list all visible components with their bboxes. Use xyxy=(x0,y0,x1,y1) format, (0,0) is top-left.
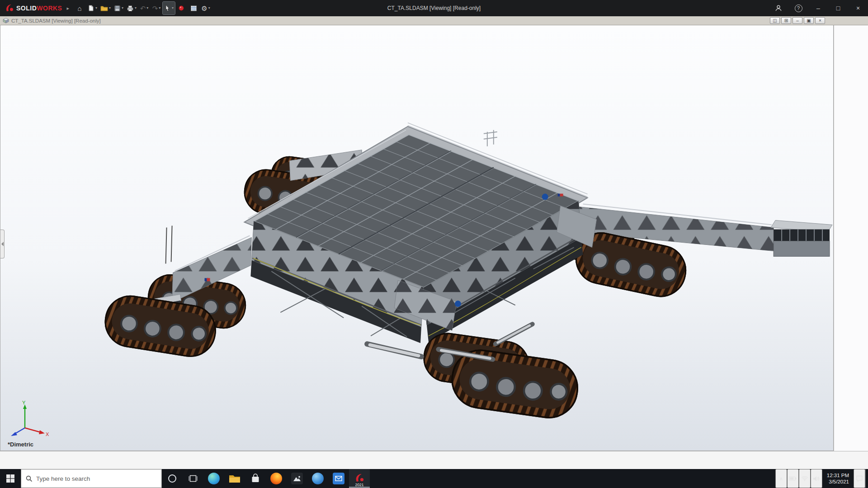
search-input[interactable] xyxy=(36,475,145,482)
task-view-icon xyxy=(189,474,198,483)
doc-restore-button[interactable]: ▣ xyxy=(804,17,814,24)
task-view-button[interactable] xyxy=(183,469,203,488)
solidworks-taskbar-button[interactable]: 2021 xyxy=(349,469,370,488)
save-button[interactable]: ▾ xyxy=(113,2,125,14)
crawler-transporter-model[interactable] xyxy=(0,25,833,450)
close-button[interactable]: × xyxy=(848,0,868,16)
spreadsheet-icon xyxy=(190,5,197,12)
graphics-viewport[interactable]: Y X *Dimetric xyxy=(0,25,834,451)
evaluate-button[interactable] xyxy=(188,2,199,14)
file-explorer-button[interactable] xyxy=(224,469,245,488)
document-title: CT_TA.SLDASM [Viewing] [Read-only] xyxy=(11,18,101,23)
work-area: Y X *Dimetric xyxy=(0,25,868,451)
titlebar-controls: ? – □ × xyxy=(769,0,868,16)
edge-icon xyxy=(208,473,220,484)
clock-date: 3/5/2021 xyxy=(829,479,849,485)
help-icon: ? xyxy=(795,5,802,12)
store-icon xyxy=(250,474,260,483)
doc-tile-button[interactable]: ◫ xyxy=(770,17,780,24)
app-titlebar: SOLIDWORKS ▸ ⌂ ▾ ▾ ▾ ▾ xyxy=(0,0,868,16)
doc-close-icon: × xyxy=(819,19,821,23)
triad-x-label: X xyxy=(46,432,49,437)
brand-solid-text: SOLID xyxy=(16,5,37,12)
dropdown-caret: ▾ xyxy=(135,6,137,10)
battery-button[interactable] xyxy=(787,469,799,488)
maximize-button[interactable]: □ xyxy=(828,0,848,16)
dropdown-caret: ▾ xyxy=(109,6,111,10)
clock-time: 12:31 PM xyxy=(827,472,849,479)
open-button[interactable]: ▾ xyxy=(99,2,112,14)
minimize-button[interactable]: – xyxy=(808,0,828,16)
toolbar-expand-arrow[interactable]: ▸ xyxy=(66,5,69,11)
document-window-controls: ◫ ⊞ – ▣ × xyxy=(770,17,825,24)
tile-icon: ◫ xyxy=(773,19,777,23)
print-button[interactable]: ▾ xyxy=(125,2,138,14)
dropdown-caret: ▾ xyxy=(146,6,148,10)
store-button[interactable] xyxy=(245,469,266,488)
volume-button[interactable] xyxy=(811,469,822,488)
solidworks-window: SOLIDWORKS ▸ ⌂ ▾ ▾ ▾ ▾ xyxy=(0,0,868,488)
doc-close-button[interactable]: × xyxy=(815,17,825,24)
edge-beta-icon xyxy=(312,473,324,484)
status-bar xyxy=(0,451,868,469)
maximize-icon: □ xyxy=(836,5,840,12)
taskbar-search-box[interactable] xyxy=(21,469,162,488)
model-right-cab[interactable] xyxy=(771,221,832,257)
dropdown-caret: ▾ xyxy=(208,6,210,10)
solidworks-logo: SOLIDWORKS xyxy=(5,4,62,13)
select-cursor-icon xyxy=(164,5,171,12)
solidworks-version-badge: 2021 xyxy=(355,483,364,487)
photos-button[interactable] xyxy=(287,469,307,488)
wifi-icon xyxy=(801,476,808,481)
edge-button[interactable] xyxy=(203,469,224,488)
new-document-button[interactable]: ▾ xyxy=(86,2,99,14)
doc-split-button[interactable]: ⊞ xyxy=(781,17,791,24)
redo-icon: ↷ xyxy=(152,5,158,12)
options-button[interactable]: ⚙▾ xyxy=(200,2,212,14)
edge-beta-button[interactable] xyxy=(307,469,328,488)
dassault-logo-icon xyxy=(5,4,14,13)
new-document-icon xyxy=(87,5,94,12)
select-tool-button[interactable]: ▾ xyxy=(163,2,175,14)
orientation-triad: Y X xyxy=(7,400,50,438)
windows-taskbar: 2021 ∧ xyxy=(0,469,868,488)
doc-minimize-button[interactable]: – xyxy=(793,17,802,24)
start-button[interactable] xyxy=(0,469,21,488)
show-desktop-button[interactable] xyxy=(865,469,868,488)
save-icon xyxy=(114,5,121,12)
document-titlebar: CT_TA.SLDASM [Viewing] [Read-only] ◫ ⊞ –… xyxy=(0,16,868,25)
windows-logo-icon xyxy=(6,474,14,483)
undo-button[interactable]: ↶▾ xyxy=(138,2,150,14)
home-button[interactable]: ⌂ xyxy=(74,2,85,14)
document-title-group: CT_TA.SLDASM [Viewing] [Read-only] xyxy=(3,18,101,23)
dropdown-caret: ▾ xyxy=(122,6,123,10)
action-center-button[interactable] xyxy=(854,469,865,488)
firefox-button[interactable] xyxy=(266,469,287,488)
file-explorer-icon xyxy=(229,474,241,483)
model-track-front-right[interactable] xyxy=(421,330,581,421)
assembly-document-icon xyxy=(3,18,9,23)
action-center-icon xyxy=(856,475,863,482)
search-icon xyxy=(26,475,33,482)
task-pane-collapsed[interactable] xyxy=(834,25,868,451)
hidden-icons-button[interactable]: ∧ xyxy=(775,469,787,488)
doc-restore-icon: ▣ xyxy=(807,19,811,23)
home-icon: ⌂ xyxy=(77,5,81,12)
red-dot-button[interactable] xyxy=(175,2,187,14)
titlebar-left: SOLIDWORKS ▸ ⌂ ▾ ▾ ▾ ▾ xyxy=(0,2,212,14)
redo-button[interactable]: ↷▾ xyxy=(151,2,162,14)
account-button[interactable] xyxy=(769,0,788,16)
print-icon xyxy=(127,5,134,12)
mail-button[interactable] xyxy=(328,469,349,488)
panel-splitter-handle[interactable] xyxy=(0,230,5,258)
cortana-button[interactable] xyxy=(162,469,183,488)
volume-icon xyxy=(813,476,820,482)
taskbar-clock[interactable]: 12:31 PM 3/5/2021 xyxy=(822,469,854,488)
dropdown-caret: ▾ xyxy=(95,6,97,10)
network-button[interactable] xyxy=(799,469,811,488)
firefox-icon xyxy=(270,473,282,484)
gear-icon: ⚙ xyxy=(201,5,207,12)
battery-icon xyxy=(789,476,797,481)
help-button[interactable]: ? xyxy=(788,0,808,16)
open-folder-icon xyxy=(100,5,108,12)
